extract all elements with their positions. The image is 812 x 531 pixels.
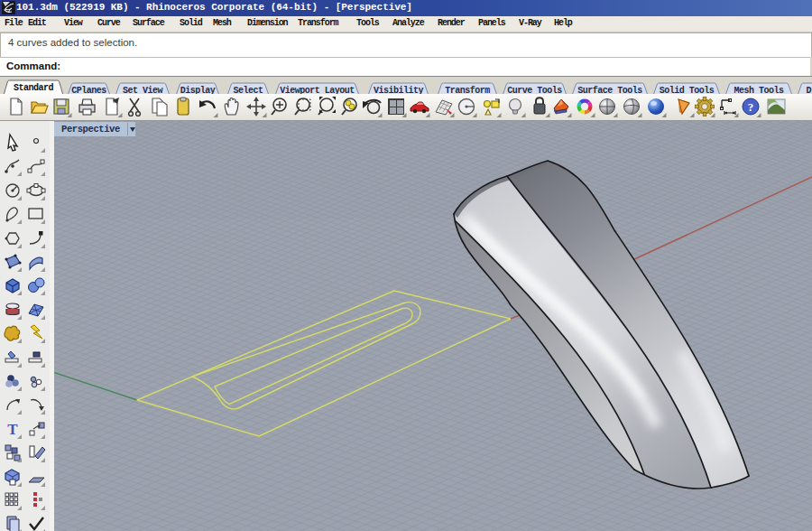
svg-text:?: ? — [748, 100, 754, 114]
svg-text:T: T — [7, 421, 18, 438]
svg-text:Standard: Standard — [14, 83, 54, 93]
